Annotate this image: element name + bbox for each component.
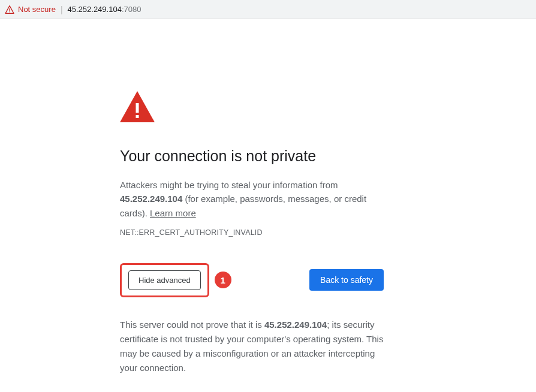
annotation-badge-1: 1	[215, 272, 231, 288]
hide-advanced-button[interactable]: Hide advanced	[128, 270, 201, 290]
address-divider: |	[61, 5, 63, 14]
body-host: 45.252.249.104	[120, 194, 182, 204]
back-to-safety-button[interactable]: Back to safety	[309, 269, 384, 291]
learn-more-link[interactable]: Learn more	[150, 208, 196, 218]
svg-rect-3	[136, 115, 139, 118]
advanced-host: 45.252.249.104	[264, 319, 327, 330]
interstitial-content: Your connection is not private Attackers…	[0, 19, 384, 392]
url-display[interactable]: 45.252.249.104:7080	[68, 5, 141, 14]
body-text-pre: Attackers might be trying to steal your …	[120, 180, 338, 190]
advanced-explanation: This server could not prove that it is 4…	[120, 318, 384, 375]
address-bar: Not secure | 45.252.249.104:7080	[0, 0, 536, 19]
url-host: 45.252.249.104	[68, 5, 122, 14]
warning-triangle-icon	[5, 5, 14, 14]
annotation-highlight-1: Hide advanced 1	[120, 263, 209, 297]
advanced-text-pre: This server could not prove that it is	[120, 319, 264, 330]
warning-body: Attackers might be trying to steal your …	[120, 178, 384, 220]
svg-rect-0	[9, 8, 10, 11]
error-code: NET::ERR_CERT_AUTHORITY_INVALID	[120, 228, 384, 237]
url-port: :7080	[122, 5, 141, 14]
page-heading: Your connection is not private	[120, 147, 384, 165]
svg-rect-1	[9, 11, 10, 12]
not-secure-label: Not secure	[18, 5, 56, 14]
warning-icon	[120, 91, 155, 122]
button-row: Hide advanced 1 Back to safety	[120, 263, 384, 297]
svg-rect-2	[136, 103, 139, 113]
